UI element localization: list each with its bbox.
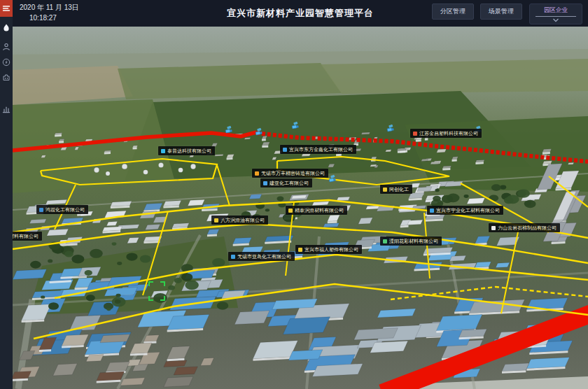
company-marker-icon: [383, 239, 387, 243]
company-marker-icon: [231, 255, 235, 259]
company-label-text: 江苏金昌塑料科技有限公司: [419, 131, 478, 136]
company-marker-icon: [283, 148, 287, 152]
company-marker-icon: [288, 208, 293, 213]
company-marker-icon: [430, 208, 434, 213]
current-time: 10:18:27: [29, 13, 79, 24]
company-label-text: 建亚化工有限公司: [270, 181, 309, 185]
company-marker-icon: [39, 208, 43, 212]
fire-tool-button[interactable]: [0, 22, 13, 34]
company-label-text: 无锡市万丰精密铸造有限公司: [261, 171, 325, 176]
company-marker-icon: [298, 248, 302, 252]
company-label-text: 无锡市亚岛化工有限公司: [237, 254, 291, 259]
company-label-text: 八方润滑油有限公司: [220, 218, 265, 222]
company-label-text: 宜兴市福人塑件有限公司: [304, 247, 358, 252]
company-label-text: 宜兴防火材料有限公司: [13, 234, 38, 239]
page-title: 宜兴市新材料产业园智慧管理平台: [227, 7, 374, 20]
company-label-text: 溧阳花彩材料有限公司: [389, 239, 438, 243]
company-marker-icon: [263, 181, 267, 185]
header-controls: 分区管理 场景管理 园区企业: [426, 3, 582, 24]
company-label[interactable]: 宜兴市宇业化工材料有限公司: [427, 206, 503, 215]
park-enterprise-dropdown[interactable]: 园区企业: [529, 3, 582, 24]
chevron-down-icon: [552, 18, 559, 22]
energy-tool-button[interactable]: [0, 57, 13, 68]
company-label[interactable]: 溧阳花彩材料有限公司: [380, 236, 442, 246]
company-marker-icon: [161, 149, 165, 153]
company-label-text: 宜兴市宇业化工材料有限公司: [436, 208, 500, 213]
map-3d-view[interactable]: 鸿霞化工有限公司宜兴防火材料有限公司泰普达科技有限公司宜兴市东方金鑫化工有限公司…: [13, 27, 588, 389]
menu-icon: [2, 4, 10, 13]
company-label[interactable]: 建亚化工有限公司: [260, 178, 312, 188]
company-marker-icon: [413, 132, 417, 136]
user-icon: [2, 43, 10, 51]
scene-management-button[interactable]: 场景管理: [480, 3, 522, 20]
company-label-text: 精泰润滑材料有限公司: [295, 208, 344, 213]
left-toolbar: [0, 0, 13, 389]
company-label-text: 泰普达科技有限公司: [167, 148, 211, 153]
company-label[interactable]: 泰普达科技有限公司: [158, 146, 215, 155]
company-labels-layer: 鸿霞化工有限公司宜兴防火材料有限公司泰普达科技有限公司宜兴市东方金鑫化工有限公司…: [13, 27, 588, 389]
factory-icon: [2, 73, 10, 81]
company-label[interactable]: 力山云岩石棉制品有限公司: [489, 223, 560, 232]
datetime-display: 2020 年 11 月 13日 10:18:27: [20, 3, 79, 23]
company-label[interactable]: 同创化工: [380, 185, 412, 194]
company-label[interactable]: 宜兴防火材料有限公司: [13, 232, 42, 241]
company-label[interactable]: 无锡市亚岛化工有限公司: [228, 252, 295, 261]
menu-button[interactable]: [0, 0, 13, 17]
factory-tool-button[interactable]: [0, 71, 13, 83]
park-enterprise-dropdown-label: 园区企业: [536, 6, 576, 17]
top-header-bar: 2020 年 11 月 13日 10:18:27 宜兴市新材料产业园智慧管理平台…: [13, 0, 588, 27]
stats-icon: [2, 105, 10, 113]
company-label[interactable]: 无锡市万丰精密铸造有限公司: [252, 169, 328, 178]
company-label-text: 鸿霞化工有限公司: [46, 207, 85, 212]
company-label-text: 力山云岩石棉制品有限公司: [498, 225, 556, 230]
personnel-tool-button[interactable]: [0, 41, 13, 52]
company-label[interactable]: 精泰润滑材料有限公司: [286, 206, 347, 215]
company-label-text: 宜兴市东方金鑫化工有限公司: [289, 147, 353, 152]
company-marker-icon: [491, 226, 496, 230]
company-marker-icon: [214, 218, 218, 222]
company-label[interactable]: 八方润滑油有限公司: [211, 215, 268, 225]
company-marker-icon: [383, 188, 387, 192]
company-label[interactable]: 鸿霞化工有限公司: [36, 205, 88, 214]
company-label[interactable]: 江苏金昌塑料科技有限公司: [410, 129, 482, 138]
company-label-text: 同创化工: [389, 187, 409, 192]
fire-icon: [2, 24, 10, 32]
power-icon: [2, 58, 10, 66]
company-label[interactable]: 宜兴市福人塑件有限公司: [295, 245, 362, 254]
statistics-tool-button[interactable]: [0, 104, 13, 115]
company-label[interactable]: 宜兴市东方金鑫化工有限公司: [280, 145, 356, 154]
current-date: 2020 年 11 月 13日: [20, 3, 79, 13]
partition-management-button[interactable]: 分区管理: [432, 3, 474, 20]
company-marker-icon: [255, 171, 259, 176]
